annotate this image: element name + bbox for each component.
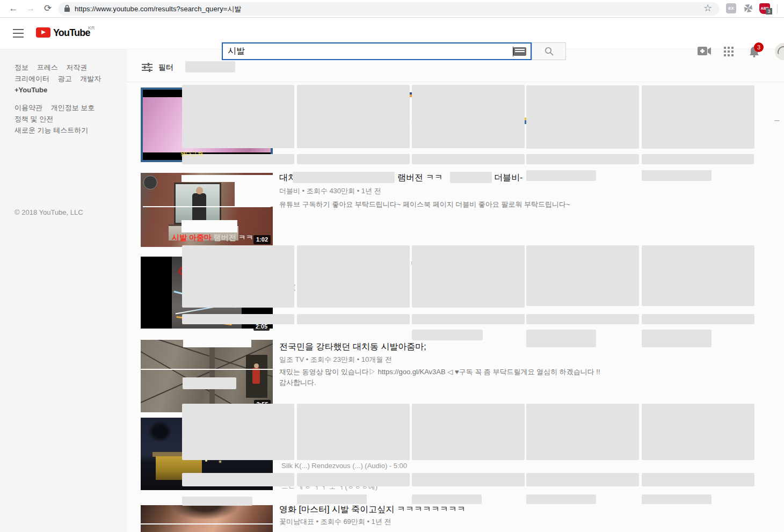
search-input[interactable]: 시발 [222, 42, 532, 60]
redaction-box [526, 494, 596, 504]
redaction-box [182, 497, 252, 506]
video-meta: 꽃미남대표 • 조회수 69만회 • 1년 전 [279, 517, 391, 527]
redaction-box [642, 314, 754, 324]
video-description: 감사합니다. [279, 378, 316, 388]
redaction-box [297, 473, 410, 486]
youtube-region-badge: KR [88, 25, 95, 31]
sidebar-link-copyright[interactable]: 저작권 [66, 63, 87, 71]
youtube-wordmark: YouTube [53, 27, 90, 39]
divider [127, 82, 784, 82]
white-redaction-box [183, 336, 251, 347]
search-query-text: 시발 [223, 46, 512, 57]
back-icon[interactable]: ← [6, 2, 20, 16]
video-title-fragment[interactable]: 더블비- [494, 172, 522, 184]
sidebar: 정보 프레스 저작권 크리에이터 광고 개발자 +YouTube 이용약관 개인… [0, 49, 127, 532]
sidebar-link-plus-youtube[interactable]: +YouTube [14, 86, 47, 94]
redaction-box [450, 172, 492, 183]
redaction-box [642, 473, 754, 486]
reload-icon[interactable]: ⟳ [41, 2, 55, 16]
white-line [141, 369, 273, 370]
keyboard-icon[interactable] [513, 47, 526, 56]
thumbnail-figure-head [196, 187, 203, 194]
redaction-box [297, 314, 410, 324]
redaction-box [293, 172, 395, 183]
sidebar-link-terms[interactable]: 이용약관 [14, 104, 42, 112]
video-meta: 일조 TV • 조회수 23만회 • 10개월 전 [279, 355, 392, 365]
redaction-box [412, 245, 525, 308]
redaction-box [182, 245, 294, 308]
redaction-box [297, 245, 410, 308]
toolbar-divider [777, 4, 778, 13]
profile-avatar[interactable] [775, 43, 784, 60]
redaction-box [526, 473, 639, 486]
extension-ex-icon[interactable]: EX [726, 3, 736, 13]
redaction-box [526, 314, 639, 324]
redaction-box [297, 85, 410, 148]
white-line [141, 523, 273, 524]
video-title[interactable]: 영화 [마스터] 시발 죽이고싶지 ㅋㅋㅋㅋㅋㅋㅋㅋ [279, 504, 466, 515]
redaction-box [642, 85, 754, 149]
thumbnail-subtitle-text: 됐다고 해 [180, 150, 204, 158]
bookmark-star-icon[interactable]: ☆ [701, 1, 715, 15]
redaction-box [642, 337, 712, 347]
sidebar-link-test-features[interactable]: 새로운 기능 테스트하기 [14, 126, 88, 135]
search-icon [545, 47, 554, 56]
search-button[interactable] [532, 42, 566, 60]
redaction-box [526, 154, 639, 164]
youtube-play-icon [36, 27, 50, 38]
redaction-box [642, 494, 712, 504]
copyright-text: © 2018 YouTube, LLC [14, 208, 83, 216]
sidebar-link-creators[interactable]: 크리에이터 [14, 75, 49, 83]
redaction-box [297, 154, 410, 164]
redaction-box [412, 154, 525, 164]
thumbnail-caption: 시발 아줌마 램버전 ㅋㅋ [172, 233, 253, 243]
upload-video-icon[interactable] [698, 47, 711, 57]
sidebar-link-press[interactable]: 프레스 [37, 63, 58, 71]
redaction-box [526, 170, 596, 181]
filter-icon[interactable] [142, 63, 153, 74]
notification-count-badge: 3 [754, 42, 764, 52]
redaction-box [182, 314, 294, 324]
channel-avatar [143, 176, 157, 190]
redaction-box [182, 404, 294, 460]
redaction-box [412, 473, 525, 486]
thumbnail-figure [192, 193, 206, 221]
video-meta: 더블비 • 조회수 430만회 • 1년 전 [279, 186, 381, 196]
sidebar-links-row1: 정보 프레스 저작권 [14, 63, 93, 72]
thumbnail-figure-head [254, 363, 259, 368]
browser-toolbar: ← → ⟳ https://www.youtube.com/results?se… [0, 0, 784, 18]
video-description: 유튜브 구독하기 좋아요 부탁드립니다~ 페이스북 페이지 더블비 좋아요 팔로… [279, 200, 570, 209]
adblock-badge: 3 [766, 8, 772, 14]
redaction-box [642, 170, 712, 181]
clipped-result-line: Silk K(...) Rendezvous (...) (Audio) - 5… [281, 462, 407, 470]
redaction-box [412, 330, 483, 340]
video-thumbnail[interactable] [141, 505, 273, 532]
redaction-box [412, 314, 525, 324]
filter-button[interactable]: 필터 [158, 63, 173, 72]
thumbnail-hand [173, 505, 237, 519]
video-title-fragment[interactable]: 램버전 ㅋㅋ [397, 172, 442, 184]
sidebar-link-about[interactable]: 정보 [14, 63, 28, 71]
lock-icon [64, 4, 70, 14]
video-thumbnail[interactable] [141, 340, 273, 412]
sidebar-links-row2: 크리에이터 광고 개발자 [14, 74, 107, 84]
redaction-box [182, 85, 294, 148]
redaction-box [297, 494, 367, 504]
sidebar-link-developers[interactable]: 개발자 [80, 75, 101, 83]
youtube-header: YouTube KR 시발 3 [0, 18, 784, 49]
white-redaction-box [235, 181, 275, 207]
video-title[interactable]: 전국민을 강타했던 대치동 시발아줌마; [279, 341, 426, 353]
url-text: https://www.youtube.com/results?search_q… [75, 4, 242, 14]
video-description: 재밌는 동영상 많이 있습니다▷ https://goo.gl/KAv3AB ◁… [279, 367, 600, 377]
redaction-box [182, 473, 294, 486]
sidebar-link-advertise[interactable]: 광고 [58, 75, 72, 83]
extension-pinwheel-icon[interactable] [743, 3, 753, 16]
sidebar-link-privacy[interactable]: 개인정보 보호 [51, 104, 95, 112]
apps-grid-icon[interactable] [724, 47, 734, 59]
address-bar[interactable]: https://www.youtube.com/results?search_q… [58, 2, 720, 16]
redaction-box [185, 61, 235, 72]
forward-icon[interactable]: → [24, 2, 38, 16]
menu-icon[interactable] [13, 29, 24, 38]
thumbnail-figure [252, 368, 260, 384]
sidebar-link-policy-safety[interactable]: 정책 및 안전 [14, 114, 53, 124]
